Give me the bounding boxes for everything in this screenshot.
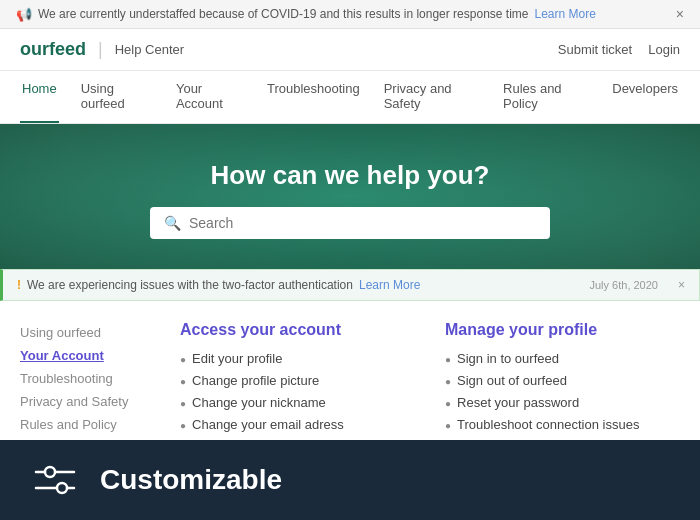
top-alert-link[interactable]: Learn More bbox=[534, 7, 595, 21]
info-alert-message: We are experiencing issues with the two-… bbox=[27, 278, 353, 292]
customize-icon-wrapper bbox=[30, 462, 80, 498]
manage-item-4: Troubleshoot connection issues bbox=[457, 417, 639, 432]
logo[interactable]: ourfeed bbox=[20, 39, 86, 60]
access-item-3: Change your nickname bbox=[192, 395, 326, 410]
sidebar-item-rules-policy[interactable]: Rules and Policy bbox=[20, 413, 160, 436]
list-item: ● Sign in to ourfeed bbox=[445, 351, 680, 366]
nav-item-privacy-safety[interactable]: Privacy and Safety bbox=[382, 71, 481, 123]
bullet-icon: ● bbox=[445, 354, 451, 365]
sidebar-item-troubleshooting[interactable]: Troubleshooting bbox=[20, 367, 160, 390]
info-alert-bar: ! We are experiencing issues with the tw… bbox=[0, 269, 700, 301]
nav-item-using-ourfeed[interactable]: Using ourfeed bbox=[79, 71, 154, 123]
nav-item-home[interactable]: Home bbox=[20, 71, 59, 123]
bullet-icon: ● bbox=[445, 398, 451, 409]
search-input[interactable] bbox=[189, 215, 536, 231]
bullet-icon: ● bbox=[445, 420, 451, 431]
access-item-2: Change profile picture bbox=[192, 373, 319, 388]
hero-pattern bbox=[0, 124, 700, 269]
manage-item-2: Sign out of ourfeed bbox=[457, 373, 567, 388]
info-alert-link[interactable]: Learn More bbox=[359, 278, 420, 292]
customize-sliders-icon bbox=[30, 462, 80, 498]
top-alert-content: 📢 We are currently understaffed because … bbox=[16, 7, 596, 22]
top-alert-close-icon[interactable]: × bbox=[676, 6, 684, 22]
nav-item-troubleshooting[interactable]: Troubleshooting bbox=[265, 71, 362, 123]
list-item: ● Change your nickname bbox=[180, 395, 415, 410]
megaphone-icon: 📢 bbox=[16, 7, 32, 22]
top-alert-message: We are currently understaffed because of… bbox=[38, 7, 528, 21]
bullet-icon: ● bbox=[180, 420, 186, 431]
manage-item-1: Sign in to ourfeed bbox=[457, 351, 559, 366]
warning-icon: ! bbox=[17, 278, 21, 292]
help-center-label: Help Center bbox=[115, 42, 184, 57]
bottom-overlay: Customizable bbox=[0, 440, 700, 520]
info-alert-close-icon[interactable]: × bbox=[678, 278, 685, 292]
hero-title: How can we help you? bbox=[20, 160, 680, 191]
info-alert-right: July 6th, 2020 × bbox=[589, 278, 685, 292]
bullet-icon: ● bbox=[180, 376, 186, 387]
main-nav: Home Using ourfeed Your Account Troubles… bbox=[0, 71, 700, 124]
list-item: ● Sign out of ourfeed bbox=[445, 373, 680, 388]
submit-ticket-link[interactable]: Submit ticket bbox=[558, 42, 632, 57]
bullet-icon: ● bbox=[180, 398, 186, 409]
list-item: ● Troubleshoot connection issues bbox=[445, 417, 680, 432]
bullet-icon: ● bbox=[445, 376, 451, 387]
hero-section: How can we help you? 🔍 bbox=[0, 124, 700, 269]
list-item: ● Change profile picture bbox=[180, 373, 415, 388]
nav-item-rules-policy[interactable]: Rules and Policy bbox=[501, 71, 590, 123]
search-icon: 🔍 bbox=[164, 215, 181, 231]
list-item: ● Edit your profile bbox=[180, 351, 415, 366]
header: ourfeed | Help Center Submit ticket Logi… bbox=[0, 29, 700, 71]
top-alert-bar: 📢 We are currently understaffed because … bbox=[0, 0, 700, 29]
header-divider: | bbox=[98, 39, 103, 60]
manage-profile-title: Manage your profile bbox=[445, 321, 680, 339]
header-right: Submit ticket Login bbox=[558, 42, 680, 57]
nav-item-your-account[interactable]: Your Account bbox=[174, 71, 245, 123]
list-item: ● Reset your password bbox=[445, 395, 680, 410]
bullet-icon: ● bbox=[180, 354, 186, 365]
header-left: ourfeed | Help Center bbox=[20, 39, 184, 60]
search-bar: 🔍 bbox=[150, 207, 550, 239]
access-item-4: Change your email adress bbox=[192, 417, 344, 432]
info-alert-date: July 6th, 2020 bbox=[589, 279, 658, 291]
sidebar-item-privacy-safety[interactable]: Privacy and Safety bbox=[20, 390, 160, 413]
customizable-text: Customizable bbox=[100, 464, 282, 496]
access-item-1: Edit your profile bbox=[192, 351, 282, 366]
svg-point-1 bbox=[45, 467, 55, 477]
login-link[interactable]: Login bbox=[648, 42, 680, 57]
manage-item-3: Reset your password bbox=[457, 395, 579, 410]
sidebar-item-using-ourfeed[interactable]: Using ourfeed bbox=[20, 321, 160, 344]
svg-point-3 bbox=[57, 483, 67, 493]
access-account-title: Access your account bbox=[180, 321, 415, 339]
nav-item-developers[interactable]: Developers bbox=[610, 71, 680, 123]
list-item: ● Change your email adress bbox=[180, 417, 415, 432]
sidebar-item-your-account[interactable]: Your Account bbox=[20, 344, 160, 367]
info-alert-content: ! We are experiencing issues with the tw… bbox=[17, 278, 420, 292]
